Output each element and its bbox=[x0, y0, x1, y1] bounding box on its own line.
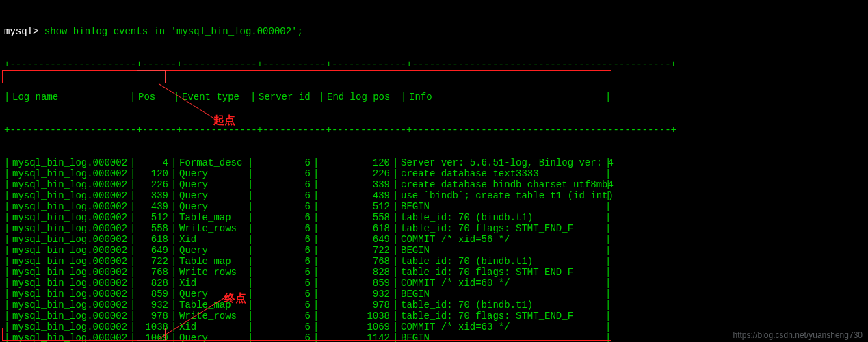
cell-server-id: 6 bbox=[253, 168, 313, 179]
cell-pos: 226 bbox=[135, 179, 171, 190]
cell-server-id: 6 bbox=[253, 201, 313, 212]
table-row: |mysql_bin_log.000002|649|Query|6|722|BE… bbox=[4, 245, 868, 256]
table-row: |mysql_bin_log.000002|226|Query|6|339|cr… bbox=[4, 179, 868, 190]
cell-end-log-pos: 649 bbox=[319, 234, 393, 245]
cell-server-id: 6 bbox=[253, 234, 313, 245]
cell-log-name: mysql_bin_log.000002 bbox=[10, 278, 130, 289]
cell-end-log-pos: 120 bbox=[319, 157, 393, 168]
cell-info: create database text3333 bbox=[398, 168, 868, 179]
table-row: |mysql_bin_log.000002|978|Write_rows|6|1… bbox=[4, 311, 868, 321]
header-event-type: Event_type bbox=[179, 92, 250, 103]
cell-info: BEGIN bbox=[398, 201, 868, 212]
cell-pos: 1038 bbox=[135, 321, 171, 332]
cell-info: table_id: 70 flags: STMT_END_F bbox=[398, 311, 868, 321]
cell-pos: 558 bbox=[135, 223, 171, 234]
header-pos: Pos bbox=[135, 92, 174, 103]
table-row: |mysql_bin_log.000002|932|Table_map|6|97… bbox=[4, 300, 868, 311]
cell-pos: 768 bbox=[135, 267, 171, 278]
cell-event-type: Table_map bbox=[176, 212, 248, 223]
cell-pos: 932 bbox=[135, 300, 171, 311]
header-info: Info bbox=[406, 92, 868, 103]
cell-event-type: Write_rows bbox=[176, 223, 248, 234]
cell-end-log-pos: 618 bbox=[319, 223, 393, 234]
cell-event-type: Query bbox=[176, 190, 248, 201]
table-row: |mysql_bin_log.000002|618|Xid|6|649|COMM… bbox=[4, 234, 868, 245]
header-log-name: Log_name bbox=[10, 92, 130, 103]
cell-event-type: Query bbox=[176, 332, 248, 342]
cell-end-log-pos: 1142 bbox=[319, 332, 393, 342]
cell-pos: 512 bbox=[135, 212, 171, 223]
header-end-log-pos: End_log_pos bbox=[324, 92, 401, 103]
table-row: |mysql_bin_log.000002|558|Write_rows|6|6… bbox=[4, 223, 868, 234]
cell-event-type: Query bbox=[176, 245, 248, 256]
cell-pos: 4 bbox=[135, 157, 171, 168]
cell-event-type: Table_map bbox=[176, 300, 248, 311]
cell-log-name: mysql_bin_log.000002 bbox=[10, 311, 130, 321]
cell-server-id: 6 bbox=[253, 245, 313, 256]
cell-pos: 978 bbox=[135, 311, 171, 321]
cell-event-type: Table_map bbox=[176, 256, 248, 267]
separator-mid: +----------------------+------+---------… bbox=[4, 124, 868, 135]
cell-server-id: 6 bbox=[253, 332, 313, 342]
cell-log-name: mysql_bin_log.000002 bbox=[10, 321, 130, 332]
cell-event-type: Query bbox=[176, 289, 248, 300]
cell-info: COMMIT /* xid=56 */ bbox=[398, 234, 868, 245]
table-row: |mysql_bin_log.000002|768|Write_rows|6|8… bbox=[4, 267, 868, 278]
cell-info: create database bindb charset utf8mb4 bbox=[398, 179, 868, 190]
cell-info: table_id: 70 (bindb.t1) bbox=[398, 300, 868, 311]
terminal-output: mysql> show binlog events in 'mysql_bin_… bbox=[0, 0, 868, 342]
cell-info: COMMIT /* xid=60 */ bbox=[398, 278, 868, 289]
cell-end-log-pos: 722 bbox=[319, 245, 393, 256]
cell-end-log-pos: 859 bbox=[319, 278, 393, 289]
cell-info: table_id: 70 (bindb.t1) bbox=[398, 212, 868, 223]
cell-pos: 120 bbox=[135, 168, 171, 179]
cell-server-id: 6 bbox=[253, 278, 313, 289]
cell-event-type: Write_rows bbox=[176, 267, 248, 278]
cell-event-type: Xid bbox=[176, 321, 248, 332]
cell-info: Server ver: 5.6.51-log, Binlog ver: 4 bbox=[398, 157, 868, 168]
cell-log-name: mysql_bin_log.000002 bbox=[10, 212, 130, 223]
cell-log-name: mysql_bin_log.000002 bbox=[10, 157, 130, 168]
cell-event-type: Xid bbox=[176, 234, 248, 245]
table-row: |mysql_bin_log.000002|339|Query|6|439|us… bbox=[4, 190, 868, 201]
cell-end-log-pos: 932 bbox=[319, 289, 393, 300]
cell-event-type: Format_desc bbox=[176, 157, 248, 168]
cell-end-log-pos: 828 bbox=[319, 267, 393, 278]
prompt-line: mysql> show binlog events in 'mysql_bin_… bbox=[4, 26, 868, 37]
cell-log-name: mysql_bin_log.000002 bbox=[10, 190, 130, 201]
command-text: show binlog events in 'mysql_bin_log.000… bbox=[44, 26, 303, 37]
cell-log-name: mysql_bin_log.000002 bbox=[10, 289, 130, 300]
cell-log-name: mysql_bin_log.000002 bbox=[10, 267, 130, 278]
cell-server-id: 6 bbox=[253, 256, 313, 267]
cell-pos: 618 bbox=[135, 234, 171, 245]
cell-pos: 339 bbox=[135, 190, 171, 201]
cell-event-type: Query bbox=[176, 168, 248, 179]
cell-server-id: 6 bbox=[253, 190, 313, 201]
table-row: |mysql_bin_log.000002|828|Xid|6|859|COMM… bbox=[4, 278, 868, 289]
cell-info: BEGIN bbox=[398, 245, 868, 256]
cell-log-name: mysql_bin_log.000002 bbox=[10, 256, 130, 267]
header-server-id: Server_id bbox=[256, 92, 319, 103]
cell-event-type: Write_rows bbox=[176, 311, 248, 321]
cell-end-log-pos: 558 bbox=[319, 212, 393, 223]
cell-end-log-pos: 1069 bbox=[319, 321, 393, 332]
cell-log-name: mysql_bin_log.000002 bbox=[10, 168, 130, 179]
watermark-url: https://blog.csdn.net/yuansheng730 bbox=[733, 330, 863, 341]
cell-log-name: mysql_bin_log.000002 bbox=[10, 332, 130, 342]
cell-server-id: 6 bbox=[253, 212, 313, 223]
cell-pos: 859 bbox=[135, 289, 171, 300]
cell-info: table_id: 70 (bindb.t1) bbox=[398, 256, 868, 267]
cell-server-id: 6 bbox=[253, 157, 313, 168]
cell-log-name: mysql_bin_log.000002 bbox=[10, 300, 130, 311]
cell-info: table_id: 70 flags: STMT_END_F bbox=[398, 223, 868, 234]
separator-top: +----------------------+------+---------… bbox=[4, 59, 868, 70]
cell-info: use `bindb`; create table t1 (id int) bbox=[398, 190, 868, 201]
cell-log-name: mysql_bin_log.000002 bbox=[10, 234, 130, 245]
cell-event-type: Query bbox=[176, 179, 248, 190]
cell-info: table_id: 70 flags: STMT_END_F bbox=[398, 267, 868, 278]
cell-server-id: 6 bbox=[253, 179, 313, 190]
cell-event-type: Xid bbox=[176, 278, 248, 289]
cell-end-log-pos: 512 bbox=[319, 201, 393, 212]
table-row: |mysql_bin_log.000002|859|Query|6|932|BE… bbox=[4, 289, 868, 300]
table-row: |mysql_bin_log.000002|722|Table_map|6|76… bbox=[4, 256, 868, 267]
